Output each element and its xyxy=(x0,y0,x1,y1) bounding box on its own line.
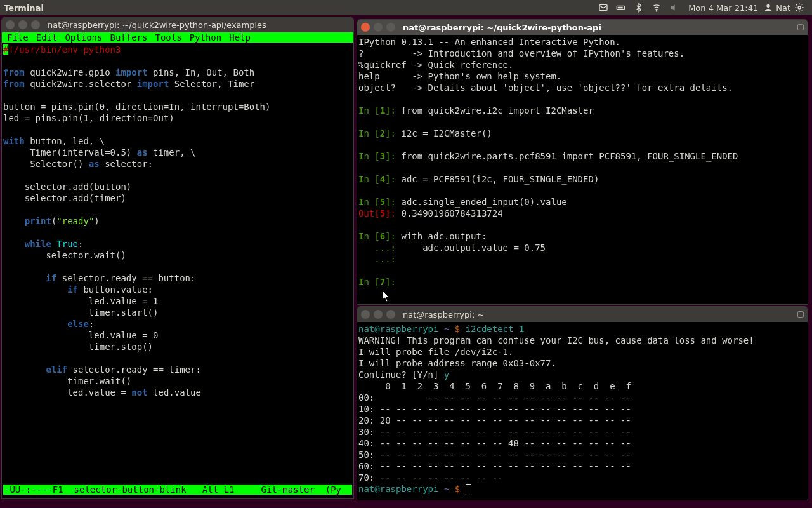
code-text: import xyxy=(115,67,148,77)
term-text: y xyxy=(444,370,449,380)
menu-edit[interactable]: Edit xyxy=(32,32,62,43)
window-ipython[interactable]: nat@raspberrypi: ~/quick2wire-python-api… xyxy=(357,19,808,305)
code-text: as xyxy=(89,159,100,169)
menu-python[interactable]: Python xyxy=(186,32,226,43)
close-icon[interactable] xyxy=(6,20,15,29)
minimize-icon[interactable] xyxy=(18,20,27,29)
window-menu-icon[interactable] xyxy=(797,311,804,318)
term-text: with adc.output: xyxy=(401,231,487,241)
code-text: timer, \ xyxy=(148,147,196,157)
gear-icon[interactable] xyxy=(794,3,804,13)
emacs-menubar[interactable]: File Edit Options Buffers Tools Python H… xyxy=(2,32,353,43)
minimize-icon[interactable] xyxy=(374,23,383,32)
code-text: : xyxy=(78,239,83,249)
term-text: ]: xyxy=(385,208,401,218)
code-text: led.value xyxy=(148,387,201,398)
menu-options[interactable]: Options xyxy=(61,32,106,43)
menu-file[interactable]: File xyxy=(3,32,32,43)
term-text: 4 xyxy=(380,174,385,184)
menu-buffers[interactable]: Buffers xyxy=(106,32,151,43)
maximize-icon[interactable] xyxy=(386,23,395,32)
window-shell[interactable]: nat@raspberrypi: ~ nat@raspberrypi ~ $ i… xyxy=(357,306,808,500)
code-text: not xyxy=(131,387,147,398)
term-text: $ xyxy=(449,484,465,494)
wifi-icon[interactable] xyxy=(652,3,662,13)
term-text: object? -> Details about 'object', use '… xyxy=(358,83,733,93)
term-text: I will probe address range 0x03-0x77. xyxy=(358,358,556,368)
code-text: pins, In, Out, Both xyxy=(148,67,255,77)
bluetooth-icon[interactable] xyxy=(634,3,644,13)
svg-point-4 xyxy=(656,11,657,11)
term-text: 40: -- -- -- -- -- -- -- -- 48 -- -- -- … xyxy=(358,438,631,448)
code-text: import xyxy=(137,79,169,89)
code-text: led = pins.pin(1, direction=Out) xyxy=(3,113,174,123)
close-icon[interactable] xyxy=(361,310,370,319)
code-text: selector.add(button) xyxy=(3,182,131,192)
term-text: Continue? [Y/n] xyxy=(358,370,444,380)
mouse-cursor-icon xyxy=(383,291,390,302)
titlebar-ipython[interactable]: nat@raspberrypi: ~/quick2wire-python-api xyxy=(357,20,808,35)
shell-buffer[interactable]: nat@raspberrypi ~ $ i2cdetect 1 WARNING!… xyxy=(357,322,808,497)
maximize-icon[interactable] xyxy=(31,20,40,29)
panel-clock[interactable]: Mon 4 Mar 21:41 xyxy=(688,3,758,13)
battery-icon[interactable] xyxy=(616,3,626,13)
ipython-buffer[interactable]: IPython 0.13.1 -- An enhanced Interactiv… xyxy=(357,35,808,290)
top-panel: Terminal Mon 4 Mar 21:41 Nat xyxy=(0,0,812,15)
term-text xyxy=(438,484,443,494)
term-text: adc.output.value = 0.75 xyxy=(401,243,546,253)
panel-user[interactable]: Nat xyxy=(763,3,790,13)
code-text: "ready" xyxy=(56,216,94,226)
term-text: In [ xyxy=(358,151,380,161)
emacs-buffer[interactable]: #!/usr/bin/env python3 from quick2wire.g… xyxy=(2,43,353,401)
term-text: 50: -- -- -- -- -- -- -- -- -- -- -- -- … xyxy=(358,450,631,460)
titlebar-emacs[interactable]: nat@raspberrypi: ~/quick2wire-python-api… xyxy=(2,17,353,32)
code-text: timer.start() xyxy=(3,307,158,318)
term-text: 5 xyxy=(380,197,385,207)
term-text: 6 xyxy=(380,231,385,241)
code-text: button.value: xyxy=(78,284,153,295)
close-icon[interactable] xyxy=(361,23,370,32)
term-text: i2c = I2CMaster() xyxy=(401,128,492,138)
term-text: In [ xyxy=(358,277,380,287)
window-emacs[interactable]: nat@raspberrypi: ~/quick2wire-python-api… xyxy=(1,17,354,499)
sound-icon[interactable] xyxy=(669,3,679,13)
term-text: 30: -- -- -- -- -- -- -- -- -- -- -- -- … xyxy=(358,427,631,437)
term-text: 2 xyxy=(380,128,385,138)
term-text: from quick2wire.i2c import I2CMaster xyxy=(401,105,593,116)
code-text: !/usr/bin/env python3 xyxy=(8,44,121,55)
mail-icon[interactable] xyxy=(598,3,608,13)
term-text: from quick2wire.parts.pcf8591 import PCF… xyxy=(401,151,738,161)
code-text: print xyxy=(25,216,51,226)
term-text: ...: xyxy=(358,243,401,253)
window-menu-icon[interactable] xyxy=(797,24,804,30)
term-text: ...: xyxy=(358,254,401,264)
code-text: ) xyxy=(94,216,99,226)
term-text: Out[ xyxy=(358,208,380,218)
term-text: ]: xyxy=(385,231,401,241)
term-text: adc.single_ended_input(0).value xyxy=(401,197,566,207)
term-text: 70: -- -- -- -- -- -- -- -- xyxy=(358,472,503,483)
menu-tools[interactable]: Tools xyxy=(151,32,185,43)
term-text: 10: -- -- -- -- -- -- -- -- -- -- -- -- … xyxy=(358,404,631,414)
code-text: Selector() xyxy=(3,159,89,169)
code-text: button, led, \ xyxy=(25,136,105,146)
menu-help[interactable]: Help xyxy=(225,32,254,43)
titlebar-shell[interactable]: nat@raspberrypi: ~ xyxy=(357,307,808,322)
term-text: 5 xyxy=(380,208,385,218)
term-text: 1 xyxy=(380,105,385,116)
code-text: button = pins.pin(0, direction=In, inter… xyxy=(3,102,270,112)
window-title: nat@raspberrypi: ~/quick2wire-python-api… xyxy=(48,20,350,30)
code-text: quick2wire.gpio xyxy=(25,67,115,77)
term-text: In [ xyxy=(358,128,380,138)
term-text: %quickref -> Quick reference. xyxy=(358,60,513,70)
term-text: ]: xyxy=(385,105,401,116)
term-text: 20: 20 -- -- -- -- -- -- -- -- -- -- -- … xyxy=(358,415,631,425)
term-text: 0 1 2 3 4 5 6 7 8 9 a b c d e f xyxy=(358,381,631,391)
minimize-icon[interactable] xyxy=(374,310,383,319)
term-text: ]: xyxy=(385,277,401,287)
code-text: selector.ready == button: xyxy=(56,273,195,283)
term-text: nat@raspberrypi xyxy=(358,324,438,334)
maximize-icon[interactable] xyxy=(386,310,395,319)
term-text: nat@raspberrypi xyxy=(358,484,438,494)
window-title: nat@raspberrypi: ~ xyxy=(403,310,790,319)
